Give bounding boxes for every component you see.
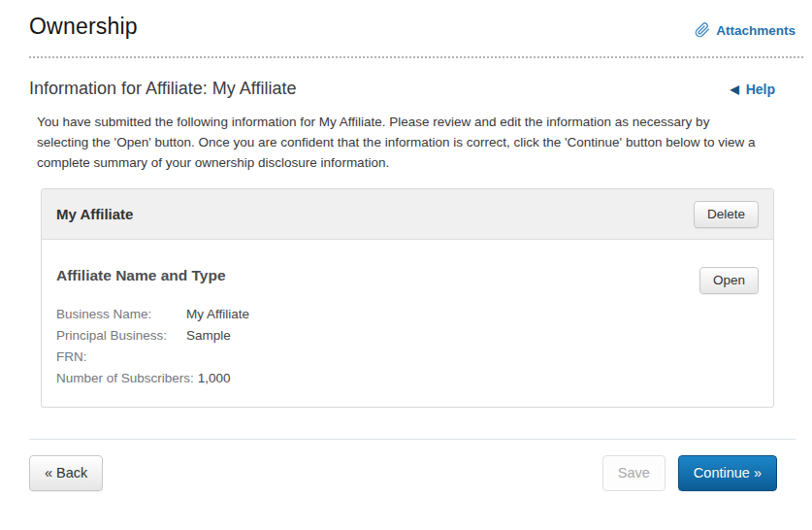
subsection-heading: Affiliate Name and Type [56, 267, 226, 284]
help-arrow-icon: ◀ [730, 83, 738, 95]
footer-right-actions: Save Continue » [602, 455, 777, 491]
field-row-business-name: Business Name:My Affiliate [56, 304, 759, 325]
subsection-header: Affiliate Name and Type Open [56, 267, 759, 294]
intro-paragraph: You have submitted the following informa… [37, 112, 757, 173]
field-value: My Affiliate [186, 307, 249, 321]
paperclip-icon [695, 22, 710, 38]
field-row-number-of-subscribers: Number of Subscribers:1,000 [56, 368, 759, 389]
continue-button[interactable]: Continue » [678, 455, 777, 491]
field-label: Principal Business: [56, 325, 182, 347]
field-value: 1,000 [198, 371, 231, 385]
save-button[interactable]: Save [602, 455, 666, 491]
open-button[interactable]: Open [699, 267, 759, 294]
help-label: Help [746, 82, 775, 97]
affiliate-card-title: My Affiliate [56, 206, 133, 222]
footer-divider [29, 439, 796, 440]
field-row-principal-business: Principal Business:Sample [56, 325, 759, 347]
field-label: FRN: [56, 347, 182, 368]
back-button[interactable]: « Back [29, 455, 103, 491]
attachments-link[interactable]: Attachments [695, 22, 796, 38]
page: Ownership Attachments Information for Af… [0, 0, 812, 491]
field-label: Number of Subscribers: [56, 368, 194, 389]
header-divider [29, 56, 803, 58]
footer-actions: « Back Save Continue » [29, 455, 796, 491]
section-header: Information for Affiliate: My Affiliate … [29, 79, 796, 99]
field-value: Sample [186, 328, 231, 343]
help-link[interactable]: ◀ Help [730, 82, 775, 97]
field-row-frn: FRN: [56, 347, 759, 368]
affiliate-card-body: Affiliate Name and Type Open Business Na… [42, 240, 773, 407]
affiliate-card: My Affiliate Delete Affiliate Name and T… [41, 188, 774, 408]
delete-button[interactable]: Delete [694, 201, 759, 228]
field-list: Business Name:My Affiliate Principal Bus… [56, 304, 759, 389]
page-title: Ownership [29, 14, 138, 40]
page-header: Ownership Attachments [29, 14, 796, 40]
affiliate-card-header: My Affiliate Delete [42, 189, 773, 240]
section-heading: Information for Affiliate: My Affiliate [29, 79, 296, 99]
attachments-label: Attachments [716, 23, 796, 38]
field-label: Business Name: [56, 304, 182, 325]
